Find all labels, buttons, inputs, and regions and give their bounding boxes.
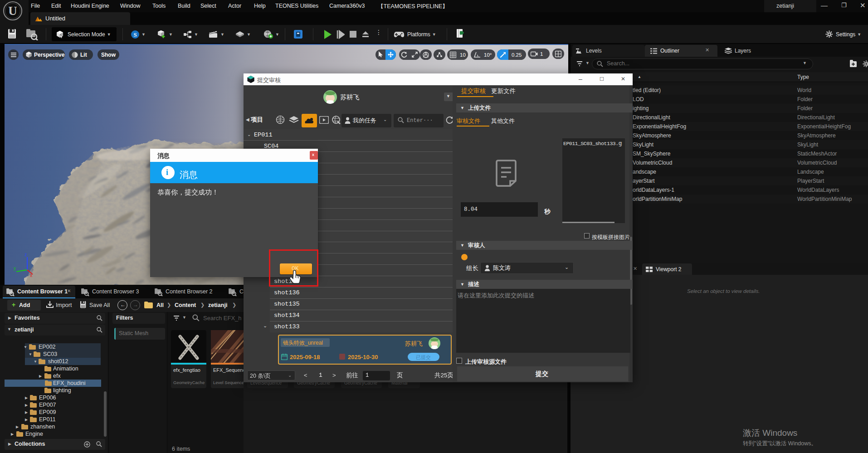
svg-text:U: U — [8, 4, 17, 18]
svg-text:y: y — [14, 266, 16, 271]
svg-text:S: S — [133, 31, 137, 38]
svg-text:z: z — [24, 252, 27, 257]
svg-text:x: x — [30, 273, 32, 278]
